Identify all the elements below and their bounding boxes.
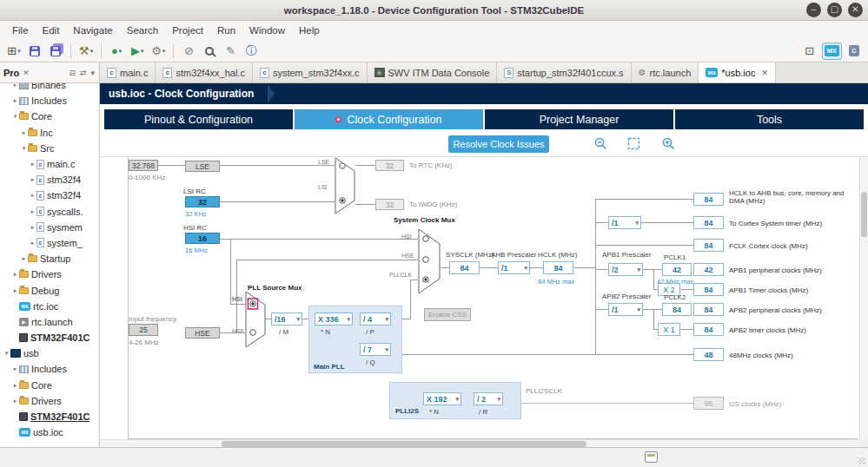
tab-system-stm32f4xx-c[interactable]: csystem_stm32f4xx.c (253, 62, 368, 82)
hclk-ahb-value-box[interactable]: 84 (693, 193, 724, 206)
zoom-in-button[interactable] (661, 136, 676, 151)
open-perspective-button[interactable]: ⊡ (801, 43, 818, 60)
tree-item-rtc-launch[interactable]: rtc.launch (0, 314, 99, 330)
usb-48mhz-value-box[interactable]: 48 (693, 348, 724, 361)
pll-mux-hse-radio[interactable] (250, 330, 256, 336)
tree-item-usb-project[interactable]: usb (0, 345, 99, 361)
tree-item-stm32f4-2[interactable]: cstm32f4 (0, 187, 99, 203)
expander-icon[interactable] (11, 287, 19, 294)
search-button[interactable] (201, 43, 218, 60)
skip-breakpoints-button[interactable]: ⊘ (180, 43, 197, 60)
view-close-icon[interactable]: ✕ (22, 69, 30, 77)
pll-div-p-dropdown[interactable]: / 4 (360, 312, 391, 326)
tab-usb-ioc[interactable]: MX*usb.ioc (699, 62, 776, 82)
system-clock-mux[interactable] (418, 228, 441, 297)
expander-icon[interactable] (20, 129, 28, 136)
horizontal-scrollbar-thumb[interactable] (222, 441, 586, 447)
tab-project-manager[interactable]: Project Manager (485, 109, 673, 129)
pclk1-value-box[interactable]: 42 (662, 263, 692, 276)
apb2-periph-value-box[interactable]: 84 (693, 303, 724, 316)
save-all-button[interactable] (47, 43, 64, 60)
menu-run[interactable]: Run (210, 23, 242, 37)
tab-tools[interactable]: Tools (675, 109, 864, 129)
save-button[interactable] (26, 43, 43, 60)
expander-icon[interactable] (29, 192, 36, 199)
vertical-scrollbar-thumb[interactable] (861, 192, 867, 237)
tree-item-system[interactable]: csystem_ (0, 235, 99, 251)
hse-frequency-input[interactable]: 25 (129, 324, 158, 336)
sys-mux-hsi-radio[interactable] (423, 236, 429, 242)
maximize-button[interactable]: ▢ (827, 3, 842, 17)
tree-item-main-c[interactable]: cmain.c (0, 156, 99, 172)
expander-icon[interactable] (11, 398, 19, 405)
expander-icon[interactable] (11, 365, 19, 372)
pll-div-q-dropdown[interactable]: / 7 (360, 343, 391, 356)
tree-item-sysmem[interactable]: csysmem (0, 220, 99, 235)
ahb-prescaler-dropdown[interactable]: /1 (498, 261, 530, 274)
tree-item-includes[interactable]: Includes (0, 93, 99, 109)
tree-item-drivers[interactable]: Drivers (0, 266, 99, 282)
horizontal-scrollbar[interactable] (100, 439, 859, 447)
tab-startup-s[interactable]: Sstartup_stm32f401ccux.s (497, 62, 631, 82)
lse-box[interactable]: LSE (185, 161, 220, 172)
tree-item-syscalls[interactable]: csyscalls. (0, 204, 99, 220)
tree-item-usb-core[interactable]: Core (0, 378, 99, 393)
menu-project[interactable]: Project (165, 23, 210, 37)
hse-box[interactable]: HSE (185, 327, 220, 339)
mx-perspective-button[interactable]: MX (822, 43, 842, 60)
plli2s-div-r-dropdown[interactable]: / 2 (474, 392, 503, 405)
expander-icon[interactable] (11, 113, 19, 120)
expander-icon[interactable] (29, 240, 36, 247)
menu-window[interactable]: Window (242, 23, 292, 37)
apb1-prescaler-dropdown[interactable]: /2 (608, 263, 643, 276)
resolve-clock-issues-button[interactable]: Resolve Clock Issues (448, 135, 549, 153)
new-wizard-button[interactable]: ⊞▾ (5, 43, 23, 60)
run-button[interactable]: ▶▾ (129, 43, 146, 60)
expander-icon[interactable] (20, 255, 28, 262)
pclk2-value-box[interactable]: 84 (662, 303, 692, 316)
expander-icon[interactable] (11, 83, 19, 89)
menu-file[interactable]: File (5, 23, 36, 37)
cortex-prescaler-dropdown[interactable]: /1 (608, 216, 641, 229)
cpp-perspective-button[interactable]: C (845, 43, 863, 60)
expander-icon[interactable] (20, 145, 28, 152)
expander-icon[interactable] (29, 161, 36, 168)
tree-item-src[interactable]: Src (0, 141, 99, 156)
tab-rtc-launch[interactable]: ⚙rtc.launch (632, 62, 699, 82)
pll-div-m-dropdown[interactable]: /16 (271, 312, 302, 326)
tab-swv-itm-console[interactable]: ≣SWV ITM Data Console (368, 62, 498, 82)
pll-source-mux[interactable] (245, 291, 266, 351)
apb2-timer-value-box[interactable]: 84 (693, 323, 724, 336)
tree-item-startup[interactable]: Startup (0, 251, 99, 266)
notification-icon[interactable] (645, 451, 658, 463)
apb1-timer-value-box[interactable]: 84 (693, 283, 724, 296)
link-editor-icon[interactable]: ⇄ (79, 69, 88, 77)
expander-icon[interactable] (11, 382, 19, 389)
info-button[interactable]: ⓘ (242, 43, 260, 60)
tab-pinout-configuration[interactable]: Pinout & Configuration (104, 109, 293, 129)
rtc-mux-lse-radio[interactable] (340, 163, 346, 169)
tree-item-stm32f401-usb[interactable]: STM32F401C (0, 409, 99, 424)
apb1-periph-value-box[interactable]: 42 (693, 263, 724, 276)
tab-close-icon[interactable] (761, 69, 768, 77)
expander-icon[interactable] (11, 271, 19, 278)
vertical-scrollbar[interactable] (859, 157, 868, 439)
menu-search[interactable]: Search (120, 23, 165, 37)
expander-icon[interactable] (3, 350, 10, 357)
tree-item-usb-ioc[interactable]: MXusb.ioc (0, 424, 99, 440)
tree-item-core[interactable]: Core (0, 109, 99, 124)
debug-button[interactable]: ●▾ (108, 43, 125, 60)
tab-main-c[interactable]: cmain.c (100, 62, 156, 82)
external-tools-button[interactable]: ⚙▾ (149, 43, 167, 60)
tab-stm32f4xx-hal-c[interactable]: cstm32f4xx_hal.c (156, 62, 252, 82)
tree-item-stm32f401-rtc[interactable]: STM32F401C (0, 330, 99, 345)
fit-to-screen-button[interactable] (626, 136, 641, 151)
fclk-value-box[interactable]: 84 (693, 239, 724, 252)
tree-item-usb-includes[interactable]: Includes (0, 361, 99, 377)
tab-clock-configuration[interactable]: Clock Configuration (295, 109, 483, 129)
tree-item-debug[interactable]: Debug (0, 282, 99, 298)
cortex-timer-value-box[interactable]: 84 (693, 216, 724, 229)
tree-item-binaries[interactable]: Binaries (0, 83, 99, 93)
hsi-value-box[interactable]: 16 (185, 233, 220, 244)
enable-css-button[interactable]: Enable CSS (424, 308, 471, 321)
